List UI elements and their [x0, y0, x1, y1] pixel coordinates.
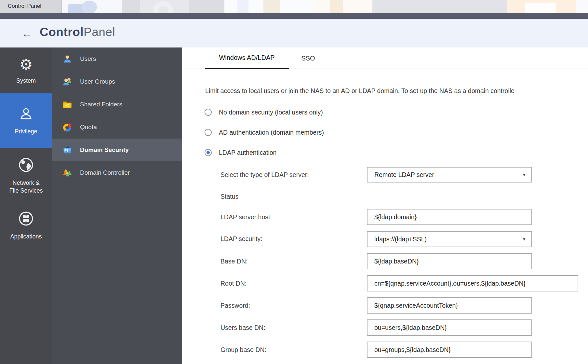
- group-base-dn-label: Group base DN:: [220, 342, 266, 358]
- body: ⚙ System Privilege: [0, 47, 588, 364]
- shared-folder-icon: [62, 100, 74, 109]
- submenu-item-label: Users: [80, 55, 96, 62]
- ldap-server-type-select[interactable]: Remote LDAP server ▼: [367, 167, 532, 182]
- submenu-item-domain-security[interactable]: Domain Security: [52, 139, 182, 161]
- page-title: ControlPanel: [40, 25, 115, 39]
- background-app-window: [576, 0, 588, 13]
- qnap-control-panel-window: Control Panel ← ControlPanel ⚙ System: [0, 0, 588, 364]
- background-app-window: [62, 0, 122, 13]
- radio-label[interactable]: LDAP authentication: [219, 149, 276, 156]
- radio-button-selected-icon[interactable]: [205, 149, 212, 156]
- background-app-window: [372, 0, 507, 13]
- background-settings-icon-ghost: [140, 0, 189, 13]
- radio-ldap-authentication[interactable]: LDAP authentication: [205, 148, 324, 157]
- rail-item-label: System: [16, 77, 36, 85]
- base-dn-input[interactable]: [367, 253, 532, 269]
- desktop-background-strip: Control Panel: [0, 0, 588, 13]
- ldap-server-type-label: Select the type of LDAP server:: [220, 167, 309, 182]
- taskbar-tab-label: Control Panel: [8, 3, 41, 9]
- category-rail: ⚙ System Privilege: [0, 47, 52, 364]
- root-dn-label: Root DN:: [220, 275, 247, 291]
- rail-item-label-line2: File Services: [9, 187, 43, 195]
- submenu-item-label: Domain Controller: [80, 169, 130, 176]
- privilege-submenu: Users User Groups: [52, 47, 182, 364]
- group-base-dn-input[interactable]: [367, 342, 532, 358]
- submenu-item-domain-controller[interactable]: Domain Controller: [52, 161, 182, 184]
- chevron-down-icon: ▼: [522, 237, 526, 242]
- background-app-window: [314, 0, 372, 13]
- chevron-down-icon: ▼: [522, 172, 526, 177]
- tab-strip: Windows AD/LDAP SSO: [182, 47, 588, 69]
- tab-windows-ad-ldap[interactable]: Windows AD/LDAP: [205, 47, 289, 69]
- window-titlebar: [0, 13, 588, 19]
- domain-security-content: Windows AD/LDAP SSO Limit access to loca…: [182, 47, 588, 364]
- rail-item-system[interactable]: ⚙ System: [0, 47, 52, 93]
- submenu-item-label: Quota: [80, 124, 97, 131]
- ldap-security-label: LDAP security:: [220, 231, 262, 247]
- page-description: Limit access to local users or join the …: [205, 87, 588, 95]
- back-button[interactable]: ←: [21, 26, 33, 40]
- background-app-window: [507, 0, 576, 13]
- submenu-item-shared-folders[interactable]: Shared Folders: [52, 93, 182, 116]
- submenu-item-user-groups[interactable]: User Groups: [52, 70, 182, 93]
- person-icon: [18, 106, 34, 123]
- user-icon: [62, 54, 74, 64]
- radio-no-domain-security[interactable]: No domain security (local users only): [205, 108, 324, 116]
- background-app-window: [224, 0, 314, 13]
- status-label: Status: [220, 190, 238, 203]
- password-input[interactable]: [367, 297, 532, 314]
- ldap-server-type-value: Remote LDAP server: [374, 171, 434, 179]
- password-label: Password:: [220, 297, 250, 314]
- domain-security-options: No domain security (local users only) AD…: [205, 108, 324, 169]
- radio-ad-authentication[interactable]: AD authentication (domain members): [205, 128, 324, 137]
- radio-label[interactable]: No domain security (local users only): [219, 109, 323, 116]
- users-base-dn-label: Users base DN:: [220, 319, 265, 336]
- gear-icon: ⚙: [19, 57, 33, 72]
- submenu-item-label: Domain Security: [80, 146, 129, 154]
- ldap-security-value: ldaps://(ldap+SSL): [374, 236, 427, 243]
- radio-label[interactable]: AD authentication (domain members): [219, 129, 324, 136]
- users-base-dn-input[interactable]: [367, 319, 532, 336]
- root-dn-input[interactable]: [367, 275, 578, 291]
- radio-button-icon[interactable]: [205, 109, 212, 116]
- page-title-bold: Control: [40, 25, 84, 39]
- ldap-server-host-label: LDAP server host:: [220, 209, 272, 225]
- submenu-item-label: Shared Folders: [80, 101, 122, 108]
- radio-button-icon[interactable]: [205, 129, 212, 136]
- domain-security-badge-icon: [62, 145, 74, 155]
- domain-controller-icon: [62, 168, 74, 178]
- submenu-item-quota[interactable]: Quota: [52, 116, 182, 139]
- control-panel-header: ← ControlPanel: [0, 19, 588, 47]
- taskbar-tab-control-panel[interactable]: Control Panel: [0, 0, 62, 13]
- app-grid-icon: [18, 210, 34, 228]
- rail-item-label: Applications: [10, 233, 42, 240]
- ldap-security-select[interactable]: ldaps://(ldap+SSL) ▼: [367, 231, 532, 247]
- rail-item-label: Privilege: [15, 128, 37, 135]
- rail-item-network-file-services[interactable]: Network & File Services: [0, 148, 52, 203]
- submenu-item-label: User Groups: [80, 78, 115, 85]
- quota-donut-icon: [62, 122, 74, 132]
- page-title-light: Panel: [84, 25, 115, 39]
- base-dn-label: Base DN:: [220, 253, 247, 269]
- rail-item-applications[interactable]: Applications: [0, 203, 52, 247]
- rail-item-label-line1: Network &: [12, 179, 39, 187]
- submenu-item-users[interactable]: Users: [52, 47, 182, 70]
- rail-item-privilege[interactable]: Privilege: [0, 93, 52, 148]
- globe-icon: [18, 157, 34, 174]
- user-groups-icon: [62, 77, 74, 87]
- tab-sso[interactable]: SSO: [295, 47, 321, 69]
- ldap-server-host-input[interactable]: [367, 209, 532, 225]
